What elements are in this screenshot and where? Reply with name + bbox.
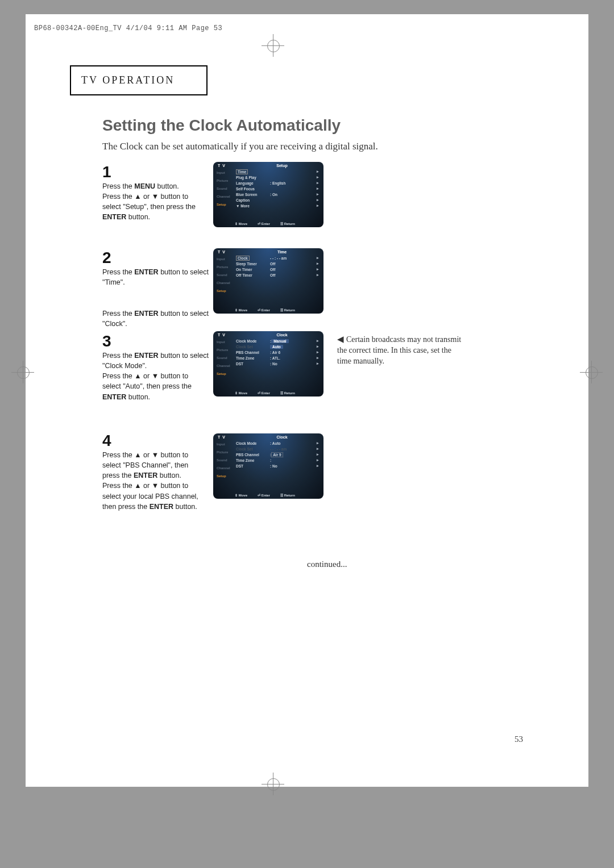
tv-menu-row: Clock - - : - - am ▸ [236, 255, 319, 261]
tv-content: Clock - - : - - am ▸ Sleep Timer Off ▸ O… [235, 254, 323, 305]
note-arrow-icon: ◀ [337, 335, 344, 344]
tv-side-item: Input [213, 338, 235, 346]
tv-side-item: Sound [213, 456, 235, 464]
tv-screenshot-pbs-channel: T V Clock InputPictureSoundChannelSetup … [213, 433, 323, 499]
crop-mark-icon [262, 773, 284, 795]
tv-side-item: Picture [213, 177, 235, 185]
crop-mark-icon [580, 361, 603, 383]
tv-menu-row: Language : English ▸ [236, 180, 319, 186]
tv-screenshot-time: T V Time InputPictureSoundChannelSetup C… [213, 248, 323, 314]
tv-menu-title: Time [251, 250, 323, 254]
tv-screenshot-setup: T V Setup InputPictureSoundChannelSetup … [213, 162, 323, 227]
tv-footer: ⇕ Move ⏎ Enter ☰ Return [235, 308, 319, 312]
tv-corner-label: T V [213, 435, 251, 439]
tv-menu-row: Time ▸ [236, 169, 319, 174]
tv-corner-label: T V [213, 333, 251, 337]
tv-menu-row: ▼ More ▸ [236, 203, 319, 208]
side-note-text: Certain broadcasts may not transmit the … [337, 335, 461, 365]
tv-menu-row: Clock Set - - : - - am ▸ [236, 446, 319, 452]
tv-content: Time ▸ Plug & Play ▸ Language : English … [235, 168, 323, 219]
tv-footer: ⇕ Move ⏎ Enter ☰ Return [235, 493, 319, 497]
tv-menu-row: DST : No ▸ [236, 463, 319, 469]
tv-side-item: Input [213, 169, 235, 177]
tv-menu-row: Plug & Play ▸ [236, 174, 319, 180]
page-number: 53 [515, 735, 523, 744]
tv-side-item: Picture [213, 448, 235, 456]
tv-menu-row: Blue Screen : On ▸ [236, 191, 319, 197]
tv-corner-label: T V [213, 164, 251, 168]
tv-side-item: Setup [213, 370, 235, 378]
tv-footer: ⇕ Move ⏎ Enter ☰ Return [235, 222, 319, 226]
tv-content: Clock Mode : Manual ▸ Clock Set Auto ▸ P… [235, 337, 323, 388]
crop-mark-icon [11, 361, 34, 383]
tv-menu-row: DST : No ▸ [236, 361, 319, 366]
tv-menu-row: Caption ▸ [236, 197, 319, 203]
tv-side-item: Sound [213, 354, 235, 362]
side-note: ◀Certain broadcasts may not transmit the… [337, 333, 465, 367]
print-header: BP68-00342A-00Eng_TV 4/1/04 9:11 AM Page… [34, 24, 222, 32]
tv-menu-title: Clock [251, 333, 323, 337]
tv-sidebar: InputPictureSoundChannelSetup [213, 254, 235, 305]
tv-content: Clock Mode : Auto ▸ Clock Set - - : - - … [235, 439, 323, 490]
tv-sidebar: InputPictureSoundChannelSetup [213, 439, 235, 490]
tv-side-item: Sound [213, 185, 235, 193]
tv-menu-row: Time Zone : ATL. ▸ [236, 355, 319, 361]
tv-menu-row: Self Focus ▸ [236, 186, 319, 191]
tv-side-item: Setup [213, 287, 235, 295]
tv-side-item: Sound [213, 271, 235, 279]
tv-screenshot-clock-mode: T V Clock InputPictureSoundChannelSetup … [213, 331, 323, 397]
tv-menu-row: On Timer Off ▸ [236, 266, 319, 272]
tv-menu-row: Clock Mode : Auto ▸ [236, 440, 319, 446]
tv-sidebar: InputPictureSoundChannelSetup [213, 337, 235, 388]
tv-menu-row: Clock Set Auto ▸ [236, 344, 319, 349]
page-title: Setting the Clock Automatically [102, 116, 341, 135]
tv-side-item: Input [213, 255, 235, 263]
tv-menu-title: Clock [251, 435, 323, 439]
crop-mark-icon [262, 34, 284, 57]
tv-menu-row: Time Zone : ▸ [236, 457, 319, 463]
tv-sidebar: InputPictureSoundChannelSetup [213, 168, 235, 219]
tv-side-item: Setup [213, 472, 235, 480]
tv-menu-title: Setup [251, 164, 323, 168]
page-subtitle: The Clock can be set automatically if yo… [102, 141, 378, 152]
tv-side-item: Channel [213, 464, 235, 472]
tv-menu-row: PBS Channel : Air 6 ▸ [236, 349, 319, 355]
tv-side-item: Channel [213, 193, 235, 201]
tv-menu-row: Sleep Timer Off ▸ [236, 261, 319, 266]
tv-menu-row: Clock Mode : Manual ▸ [236, 338, 319, 344]
tv-side-item: Picture [213, 263, 235, 271]
tv-side-item: Setup [213, 201, 235, 208]
tv-menu-row: Off Timer Off ▸ [236, 272, 319, 278]
tv-side-item: Picture [213, 346, 235, 354]
section-label: TV OPERATION [81, 74, 175, 86]
tv-side-item: Input [213, 440, 235, 448]
continued-label: continued... [307, 560, 347, 569]
section-label-box: TV OPERATION [70, 65, 208, 95]
tv-footer: ⇕ Move ⏎ Enter ☰ Return [235, 391, 319, 395]
tv-menu-row: PBS Channel : Air 9 ▸ [236, 452, 319, 457]
tv-corner-label: T V [213, 250, 251, 254]
tv-side-item: Channel [213, 279, 235, 287]
tv-side-item: Channel [213, 362, 235, 370]
